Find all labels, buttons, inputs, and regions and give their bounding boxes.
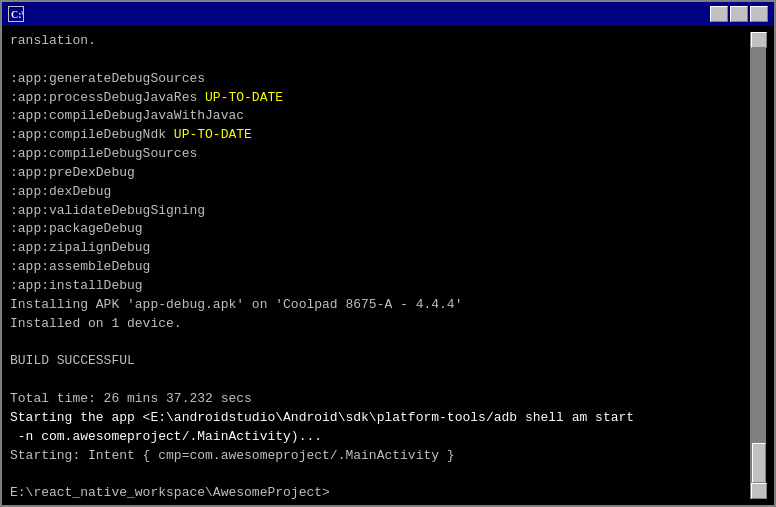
terminal-line: :app:zipalignDebug bbox=[10, 239, 750, 258]
scroll-thumb[interactable] bbox=[752, 443, 766, 483]
maximize-button[interactable] bbox=[730, 6, 748, 22]
terminal-line: :app:generateDebugSources bbox=[10, 70, 750, 89]
terminal-line: :app:compileDebugNdk UP-TO-DATE bbox=[10, 126, 750, 145]
terminal-body: ranslation. :app:generateDebugSources:ap… bbox=[2, 26, 774, 505]
terminal-line: BUILD SUCCESSFUL bbox=[10, 352, 750, 371]
svg-text:C:\: C:\ bbox=[11, 9, 23, 20]
terminal-line bbox=[10, 465, 750, 484]
terminal-line: :app:preDexDebug bbox=[10, 164, 750, 183]
title-bar: C:\ bbox=[2, 2, 774, 26]
terminal-line: Installed on 1 device. bbox=[10, 315, 750, 334]
terminal-line: Total time: 26 mins 37.232 secs bbox=[10, 390, 750, 409]
terminal-line bbox=[10, 371, 750, 390]
terminal-line: :app:installDebug bbox=[10, 277, 750, 296]
terminal-line bbox=[10, 51, 750, 70]
terminal-line: :app:assembleDebug bbox=[10, 258, 750, 277]
cmd-window: C:\ ranslation. :app:generateDebugSource… bbox=[0, 0, 776, 507]
terminal-line: ranslation. bbox=[10, 32, 750, 51]
terminal-line: :app:packageDebug bbox=[10, 220, 750, 239]
scroll-up-button[interactable]: ▲ bbox=[751, 32, 767, 48]
terminal-content[interactable]: ranslation. :app:generateDebugSources:ap… bbox=[10, 32, 750, 499]
scroll-track[interactable] bbox=[751, 48, 766, 483]
title-bar-controls bbox=[710, 6, 768, 22]
terminal-line: :app:compileDebugJavaWithJavac bbox=[10, 107, 750, 126]
terminal-line: Starting: Intent { cmp=com.awesomeprojec… bbox=[10, 447, 750, 466]
terminal-line: Installing APK 'app-debug.apk' on 'Coolp… bbox=[10, 296, 750, 315]
terminal-line: :app:validateDebugSigning bbox=[10, 202, 750, 221]
cmd-icon: C:\ bbox=[8, 6, 24, 22]
terminal-line: Starting the app <E:\androidstudio\Andro… bbox=[10, 409, 750, 428]
scrollbar[interactable]: ▲ ▼ bbox=[750, 32, 766, 499]
scroll-down-button[interactable]: ▼ bbox=[751, 483, 767, 499]
terminal-line: :app:compileDebugSources bbox=[10, 145, 750, 164]
minimize-button[interactable] bbox=[710, 6, 728, 22]
terminal-line: :app:dexDebug bbox=[10, 183, 750, 202]
terminal-line: :app:processDebugJavaRes UP-TO-DATE bbox=[10, 89, 750, 108]
terminal-line bbox=[10, 334, 750, 353]
title-bar-left: C:\ bbox=[8, 6, 30, 22]
terminal-line: -n com.awesomeproject/.MainActivity)... bbox=[10, 428, 750, 447]
close-button[interactable] bbox=[750, 6, 768, 22]
terminal-line: E:\react_native_workspace\AwesomeProject… bbox=[10, 484, 750, 499]
